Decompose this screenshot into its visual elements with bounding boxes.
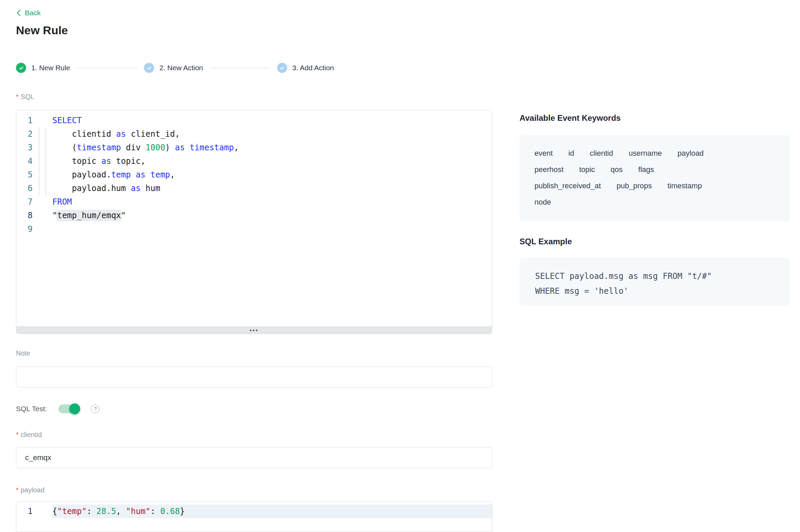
- keyword-peerhost[interactable]: peerhost: [534, 162, 564, 178]
- line-number: 4: [16, 154, 33, 168]
- indent-guide: [33, 154, 52, 168]
- code-line: 2 clientid as client_id,: [16, 127, 492, 141]
- step-item-3[interactable]: 3. Add Action: [277, 63, 334, 73]
- code-text: topic as topic,: [52, 154, 492, 168]
- sql-editor-lines: 1SELECT2 clientid as client_id,3 (timest…: [16, 114, 492, 236]
- chevron-left-icon: [16, 9, 22, 17]
- payload-field-label: *payload: [16, 486, 44, 494]
- line-number: 6: [16, 182, 33, 195]
- clientid-field-label: *clientid: [16, 431, 42, 439]
- keyword-pub_props[interactable]: pub_props: [617, 178, 652, 194]
- indent-guide: [33, 114, 52, 127]
- help-icon[interactable]: ?: [91, 405, 99, 413]
- step-item-1[interactable]: 1. New Rule: [16, 63, 70, 73]
- line-number: 3: [16, 141, 33, 154]
- keyword-event[interactable]: event: [534, 145, 553, 162]
- step-check-icon: [144, 63, 154, 73]
- line-number: 7: [16, 195, 33, 209]
- keyword-timestamp[interactable]: timestamp: [668, 178, 702, 194]
- sql-code-editor[interactable]: 1SELECT2 clientid as client_id,3 (timest…: [16, 110, 492, 327]
- keywords-box: eventidclientidusernamepayloadpeerhostto…: [520, 135, 790, 222]
- required-marker: *: [16, 486, 19, 494]
- keyword-qos[interactable]: qos: [611, 162, 622, 178]
- page-title: New Rule: [16, 24, 68, 37]
- step-item-2[interactable]: 2. New Action: [144, 63, 203, 73]
- keyword-publish_received_at[interactable]: publish_received_at: [534, 178, 601, 194]
- step-connector: [210, 68, 270, 68]
- sql-example-title: SQL Example: [520, 237, 572, 246]
- line-number: 1: [16, 114, 33, 127]
- code-line: 4 topic as topic,: [16, 154, 492, 168]
- line-number: 9: [16, 222, 33, 236]
- line-number: 1: [16, 505, 33, 518]
- code-text: [52, 222, 492, 236]
- keyword-payload[interactable]: payload: [677, 145, 704, 162]
- step-check-icon: [16, 63, 26, 73]
- note-input[interactable]: [16, 366, 492, 387]
- keyword-row: peerhosttopicqosflags: [534, 162, 775, 178]
- sql-example-line: SELECT payload.msg as msg FROM "t/#": [535, 269, 774, 284]
- sql-test-label: SQL Test:: [16, 405, 47, 413]
- code-line: 6 payload.hum as hum: [16, 182, 492, 195]
- keyword-row: node: [534, 194, 775, 210]
- required-marker: *: [16, 93, 19, 100]
- step-label: 3. Add Action: [292, 64, 334, 72]
- clientid-input[interactable]: [16, 447, 492, 468]
- code-text: clientid as client_id,: [52, 127, 492, 141]
- indent-guide: [33, 141, 52, 154]
- code-text: SELECT: [52, 114, 492, 127]
- code-line: 3 (timestamp div 1000) as timestamp,: [16, 141, 492, 154]
- code-line: 1SELECT: [16, 114, 492, 127]
- code-line: 1{"temp": 28.5, "hum": 0.68}: [16, 505, 492, 518]
- code-text: "temp_hum/emqx": [52, 209, 492, 222]
- step-label: 2. New Action: [159, 64, 203, 72]
- keyword-username[interactable]: username: [629, 145, 662, 162]
- indent-guide: [33, 195, 52, 209]
- sql-editor-resize-handle[interactable]: •••: [16, 327, 492, 334]
- code-text: {"temp": 28.5, "hum": 0.68}: [52, 505, 492, 518]
- sql-test-toggle[interactable]: [58, 404, 79, 413]
- keyword-node[interactable]: node: [534, 194, 551, 210]
- keyword-clientid[interactable]: clientid: [590, 145, 613, 162]
- keyword-row: publish_received_atpub_propstimestamp: [534, 178, 775, 194]
- line-number: 8: [16, 209, 33, 222]
- code-text: FROM: [52, 195, 492, 209]
- indent-guide: [33, 182, 52, 195]
- sql-field-label: *SQL: [16, 93, 34, 101]
- code-line: 8"temp_hum/emqx": [16, 209, 492, 222]
- sql-example-box: SELECT payload.msg as msg FROM "t/#"WHER…: [520, 258, 790, 305]
- indent-guide: [33, 222, 52, 236]
- note-field-label: Note: [16, 349, 30, 357]
- keywords-title: Available Event Keywords: [520, 113, 621, 123]
- indent-guide: [33, 127, 52, 141]
- step-label: 1. New Rule: [31, 64, 70, 72]
- indent-guide: [33, 168, 52, 182]
- payload-code-editor[interactable]: 1{"temp": 28.5, "hum": 0.68}: [16, 501, 492, 532]
- line-number: 2: [16, 127, 33, 141]
- keyword-flags[interactable]: flags: [638, 162, 654, 178]
- code-line: 7FROM: [16, 195, 492, 209]
- indent-guide: [33, 209, 52, 222]
- step-check-icon: [277, 63, 287, 73]
- keyword-topic[interactable]: topic: [579, 162, 595, 178]
- code-text: payload.temp as temp,: [52, 168, 492, 182]
- keyword-row: eventidclientidusernamepayload: [534, 145, 775, 162]
- step-bar: 1. New Rule2. New Action3. Add Action: [16, 62, 334, 74]
- code-text: (timestamp div 1000) as timestamp,: [52, 141, 492, 154]
- step-connector: [77, 68, 137, 68]
- code-text: payload.hum as hum: [52, 182, 492, 195]
- code-line: 9: [16, 222, 492, 236]
- sql-example-line: WHERE msg = 'hello': [535, 284, 774, 299]
- indent-guide: [33, 505, 52, 518]
- back-label: Back: [25, 9, 41, 17]
- toggle-knob: [69, 403, 80, 414]
- code-line: 5 payload.temp as temp,: [16, 168, 492, 182]
- required-marker: *: [16, 431, 19, 438]
- keyword-id[interactable]: id: [568, 145, 574, 162]
- line-number: 5: [16, 168, 33, 182]
- back-link[interactable]: Back: [16, 9, 41, 17]
- payload-editor-lines: 1{"temp": 28.5, "hum": 0.68}: [16, 505, 492, 518]
- resize-dots-icon: •••: [250, 327, 259, 334]
